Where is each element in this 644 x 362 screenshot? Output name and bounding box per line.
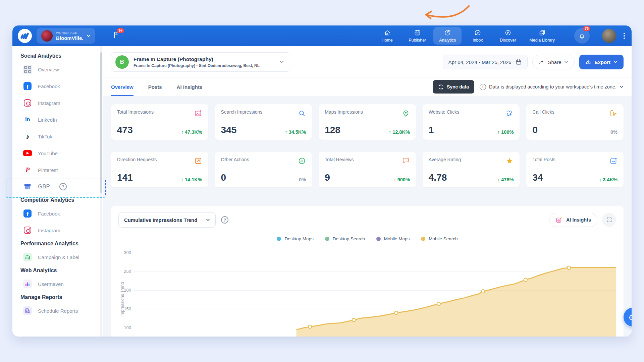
analytics-sidebar: Social Analytics Overview f Facebook Ins…	[12, 46, 103, 337]
legend-dot	[421, 237, 425, 241]
compass-icon	[504, 29, 512, 36]
fullscreen-button[interactable]	[602, 213, 616, 227]
sidebar-item-pinterest[interactable]: P Pinterest	[19, 162, 98, 178]
ai-insights-button[interactable]: AI Insights	[549, 213, 597, 227]
data-point-marker[interactable]	[308, 325, 312, 328]
section-title-social: Social Analytics	[20, 53, 98, 59]
section-title-performance: Performance Analytics	[20, 241, 98, 247]
delta-badge: ↑ 14.1K%	[181, 177, 202, 182]
data-point-marker[interactable]	[567, 266, 571, 269]
metric-card-search-impressions: Search Impressions 345↑ 34.5K%	[215, 104, 312, 140]
date-range-value: Apr 04, 2024 - Mar 25, 2026	[448, 59, 512, 65]
home-icon	[384, 29, 391, 36]
legend-item-desktop-search[interactable]: Desktop Search	[325, 236, 365, 241]
usermaven-icon	[24, 281, 31, 287]
business-profile-selector[interactable]: B Frame In Capture (Photography) Frame I…	[111, 52, 290, 72]
image-post-icon	[609, 157, 618, 165]
star-icon	[505, 157, 514, 165]
chart-help-icon[interactable]: ?	[221, 216, 228, 224]
timezone-note[interactable]: i Data is displayed according to your wo…	[480, 84, 624, 90]
export-button[interactable]: Export	[579, 55, 624, 69]
facebook-icon: f	[23, 209, 32, 218]
tab-overview[interactable]: Overview	[111, 77, 133, 96]
sidebar-item-overview[interactable]: Overview	[19, 62, 98, 77]
sidebar-item-competitor-instagram[interactable]: Instagram	[19, 223, 98, 238]
data-point-marker[interactable]	[352, 318, 356, 321]
app-window: WORKSPACE BloomVille. 9+ Home Publisher …	[12, 25, 632, 337]
impressions-trend-chart-card: Cumulative Impressions Trend ? AI Insigh…	[111, 206, 624, 337]
tab-posts[interactable]: Posts	[148, 77, 162, 96]
robot-chat-icon	[628, 312, 632, 322]
legend-dot	[325, 237, 329, 241]
review-bubble-icon	[402, 157, 410, 165]
sync-data-button[interactable]: Sync data	[433, 80, 474, 94]
legend-item-desktop-maps[interactable]: Desktop Maps	[277, 236, 313, 241]
legend-dot	[277, 237, 281, 241]
flag-badge: 9+	[117, 28, 124, 33]
notifications-button[interactable]: 76	[574, 28, 590, 44]
data-point-marker[interactable]	[524, 278, 527, 282]
media-library-icon	[539, 29, 546, 36]
schedule-report-icon	[24, 308, 31, 314]
campaign-chart-icon	[24, 254, 31, 260]
legend-item-mobile-maps[interactable]: Mobile Maps	[376, 236, 410, 241]
user-avatar[interactable]	[602, 29, 616, 43]
sidebar-item-tiktok[interactable]: ♪ TikTok	[19, 129, 98, 144]
gbp-help-icon[interactable]: ?	[59, 183, 67, 190]
metric-card-other-actions: Other Actions 00%	[215, 152, 312, 187]
app-logo[interactable]	[18, 29, 32, 43]
more-menu-button[interactable]	[622, 32, 626, 40]
chart-metric-selector[interactable]: Cumulative Impressions Trend	[118, 212, 216, 228]
chevron-down-icon	[280, 60, 284, 64]
grid-icon	[23, 65, 32, 74]
search-icon	[298, 109, 306, 117]
whats-new-flag[interactable]: 9+	[113, 31, 120, 41]
legend-dot	[376, 237, 381, 241]
nav-item-publisher[interactable]: Publisher	[403, 27, 431, 45]
sidebar-item-gbp[interactable]: G GBP ?	[19, 179, 98, 194]
facebook-icon: f	[23, 82, 32, 90]
sidebar-scrollbar-thumb[interactable]	[100, 52, 102, 193]
share-arrow-icon	[539, 59, 545, 65]
delta-badge: ↑ 34.5K%	[285, 129, 306, 135]
sidebar-item-campaign-label[interactable]: Campaign & Label	[19, 249, 98, 265]
nav-item-inbox[interactable]: Inbox	[464, 27, 492, 45]
notification-count-badge: 76	[583, 26, 590, 31]
workspace-label: WORKSPACE	[56, 31, 83, 35]
delta-badge: ↑ 478%	[497, 177, 514, 182]
nav-item-media-library[interactable]: Media Library	[524, 27, 560, 45]
primary-nav: Home Publisher Analytics Inbox Discover …	[373, 27, 560, 45]
metric-card-total-reviews: Total Reviews 9↑ 900%	[319, 152, 416, 187]
delta-badge: 0%	[610, 129, 618, 135]
workspace-selector[interactable]: WORKSPACE BloomVille.	[37, 28, 95, 44]
google-business-profile-icon: G	[23, 182, 32, 191]
data-point-marker[interactable]	[437, 302, 440, 305]
date-range-picker[interactable]: Apr 04, 2024 - Mar 25, 2026	[443, 55, 528, 69]
calendar-icon	[515, 59, 522, 65]
direction-arrow-icon	[194, 157, 202, 165]
mobile-search-area-series	[118, 247, 616, 337]
data-point-marker[interactable]	[394, 311, 398, 314]
chevron-down-icon	[206, 218, 210, 222]
calendar-icon	[414, 29, 421, 36]
sidebar-item-usermaven[interactable]: Usermaven	[19, 276, 98, 292]
top-navbar: WORKSPACE BloomVille. 9+ Home Publisher …	[12, 25, 632, 46]
tab-ai-insights[interactable]: AI Insights	[177, 77, 203, 96]
info-icon: i	[480, 84, 486, 90]
sidebar-item-competitor-facebook[interactable]: f Facebook	[19, 206, 98, 221]
sidebar-item-youtube[interactable]: YouTube	[19, 145, 98, 161]
nav-item-discover[interactable]: Discover	[494, 27, 522, 45]
share-button[interactable]: Share	[532, 55, 575, 69]
cursor-click-icon	[609, 109, 618, 117]
chevron-down-icon	[87, 34, 91, 38]
nav-item-analytics[interactable]: Analytics	[433, 27, 462, 45]
legend-item-mobile-search[interactable]: Mobile Search	[421, 236, 458, 241]
sidebar-item-facebook[interactable]: f Facebook	[19, 78, 98, 94]
metric-card-call-clicks: Call Clicks 00%	[526, 104, 624, 140]
delta-badge: 0%	[299, 177, 306, 182]
sidebar-item-linkedin[interactable]: in LinkedIn	[19, 112, 98, 127]
sidebar-item-schedule-reports[interactable]: Schedule Reports	[19, 303, 98, 318]
nav-item-home[interactable]: Home	[373, 27, 401, 45]
data-point-marker[interactable]	[481, 290, 485, 293]
sidebar-item-instagram[interactable]: Instagram	[19, 95, 98, 111]
